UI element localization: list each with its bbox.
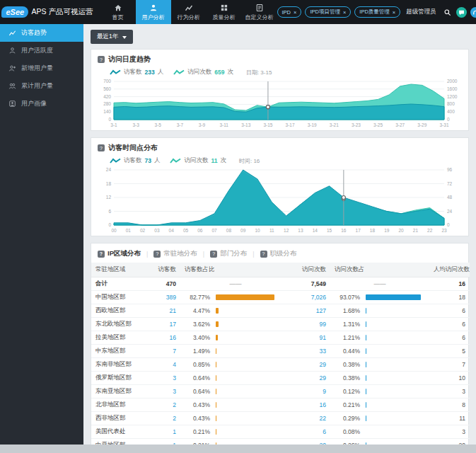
visits-count[interactable]: 20 [291, 439, 330, 445]
nav-item-用户分析[interactable]: 用户分析 [136, 0, 171, 24]
svg-text:400: 400 [447, 109, 455, 114]
remove-filter-icon[interactable]: × [343, 9, 346, 16]
visitors-count[interactable]: 389 [149, 291, 180, 304]
region-row: 东南非地区部40.85%290.38%7 [91, 358, 470, 372]
column-header: 访问次数 [291, 263, 330, 277]
region-name-cell: 北非地区部 [91, 398, 149, 412]
hourly-dist-chart[interactable]: 0062412481872249600010203040506070809101… [91, 166, 470, 236]
avg-visits: 18 [429, 291, 470, 304]
svg-text:08: 08 [226, 228, 232, 233]
legend-访客数[interactable]: 访客数73人 [110, 156, 160, 165]
nav-item-自定义分析[interactable]: 自定义分析 [242, 0, 277, 24]
total-visits-pct: —— [330, 277, 429, 291]
visitors-count[interactable]: 3 [149, 385, 180, 398]
visitors-count[interactable]: 2 [149, 412, 180, 425]
svg-text:3-11: 3-11 [219, 122, 228, 127]
sidebar-item-用户画像[interactable]: 用户画像 [0, 95, 83, 113]
sidebar-item-新增用户量[interactable]: 新增用户量 [0, 59, 83, 77]
nav-item-质量分析[interactable]: 质量分析 [207, 0, 242, 24]
visitors-count[interactable]: 7 [149, 345, 180, 358]
topbar-right: IPD×IPD项目管理×IPD质量管理× 超级管理员 [277, 6, 476, 18]
nav-item-label: 质量分析 [213, 13, 236, 21]
visits-pct: 93.07% [330, 291, 364, 304]
svg-text:2000: 2000 [447, 79, 458, 84]
total-visitors-pct: —— [180, 277, 291, 291]
daily-trend-chart[interactable]: 001404002808004201200560160070020003-13-… [91, 78, 470, 130]
sidebar-item-累计用户量[interactable]: 累计用户量 [0, 77, 83, 95]
svg-text:07: 07 [212, 228, 218, 233]
filter-pill-IPD项目管理[interactable]: IPD项目管理× [305, 6, 351, 18]
svg-text:12: 12 [106, 195, 112, 200]
tab-separator: | [203, 251, 204, 258]
visitors-count[interactable]: 1 [149, 425, 180, 439]
visitors-count[interactable]: 1 [149, 439, 180, 445]
filter-pill-IPD质量管理[interactable]: IPD质量管理× [354, 6, 400, 18]
tab-部门分布[interactable]: ?部门分布 [210, 249, 247, 258]
visitors-count[interactable]: 17 [149, 318, 180, 331]
visits-count[interactable]: 9 [291, 385, 330, 398]
nav-item-首页[interactable]: 首页 [100, 0, 136, 24]
sidebar-item-用户活跃度[interactable]: 用户活跃度 [0, 42, 83, 59]
visits-bar [366, 321, 366, 327]
time-range-dropdown[interactable]: 最近1年 [91, 30, 133, 44]
svg-text:800: 800 [447, 101, 455, 106]
region-card: ?IP区域分布|?常驻地分布|?部门分布|?职级分布 常驻地区域访客数访客数占比… [91, 243, 469, 445]
visitors-count[interactable]: 3 [149, 372, 180, 385]
visits-count[interactable]: 16 [291, 398, 330, 412]
region-row: 东南亚地区部30.64%90.12%3 [91, 385, 470, 398]
hourly-legend: 访客数73人访问次数11次时间: 16 [91, 155, 468, 166]
region-name-cell: 中亚地区部 [91, 439, 149, 445]
visitors-count[interactable]: 2 [149, 398, 180, 412]
visitors-count[interactable]: 4 [149, 358, 180, 372]
visits-count[interactable]: 33 [291, 345, 330, 358]
legend-访问次数[interactable]: 访问次数11次 [170, 156, 226, 165]
visitors-bar [216, 335, 218, 340]
visits-bar-cell [364, 318, 429, 331]
region-row: 北非地区部20.43%160.21%8 [91, 398, 470, 412]
visits-count[interactable]: 29 [291, 358, 330, 372]
tab-IP区域分布[interactable]: ?IP区域分布 [98, 249, 141, 258]
svg-text:3-1: 3-1 [110, 122, 117, 127]
tab-职级分布[interactable]: ?职级分布 [260, 249, 297, 258]
total-user-icon [8, 82, 16, 90]
svg-text:3-27: 3-27 [395, 122, 405, 127]
svg-text:02: 02 [140, 228, 146, 233]
message-icon[interactable] [456, 7, 467, 18]
visitors-count[interactable]: 16 [149, 331, 180, 345]
visits-count[interactable]: 29 [291, 372, 330, 385]
app-logo[interactable]: eSee [0, 6, 30, 18]
total-avg: 16 [429, 277, 470, 291]
visits-count[interactable]: 6 [291, 425, 330, 439]
visits-pct: 0.12% [330, 385, 364, 398]
legend-访问次数[interactable]: 访问次数659次 [173, 68, 233, 76]
service-icon[interactable] [470, 7, 476, 18]
visits-count[interactable]: 7,026 [291, 291, 330, 304]
filter-pill-IPD[interactable]: IPD× [277, 6, 302, 18]
svg-text:420: 420 [103, 94, 111, 99]
search-icon[interactable] [442, 7, 453, 18]
visitors-pct: 3.62% [180, 318, 214, 331]
visitors-count[interactable]: 21 [149, 304, 180, 318]
visits-count[interactable]: 99 [291, 318, 330, 331]
nav-item-行为分析[interactable]: 行为分析 [171, 0, 207, 24]
region-row: 西非地区部20.43%220.29%11 [91, 412, 470, 425]
help-icon: ? [98, 144, 105, 151]
visits-pct: 1.21% [330, 331, 364, 345]
svg-text:1600: 1600 [447, 86, 458, 91]
visits-count[interactable]: 127 [291, 304, 330, 318]
remove-filter-icon[interactable]: × [294, 9, 296, 16]
table-header-row: 常驻地区域访客数访客数占比访问次数访问次数占比人均访问次数 [91, 263, 470, 277]
daily-trend-card: ? 访问日度趋势 访客数233人访问次数659次日期: 3-15 0014040… [91, 49, 469, 131]
svg-text:03: 03 [154, 228, 160, 233]
visits-count[interactable]: 91 [291, 331, 330, 345]
visits-count[interactable]: 22 [291, 412, 330, 425]
hover-readout: 时间: 16 [239, 157, 260, 165]
avg-visits: 7 [429, 358, 470, 372]
tab-常驻地分布[interactable]: ?常驻地分布 [153, 249, 197, 258]
visits-pct: 1.31% [330, 318, 364, 331]
visits-bar-cell [364, 372, 429, 385]
sidebar-item-访客趋势[interactable]: 访客趋势 [0, 24, 83, 42]
remove-filter-icon[interactable]: × [393, 9, 395, 16]
svg-text:6: 6 [108, 209, 111, 214]
legend-访客数[interactable]: 访客数233人 [110, 68, 163, 76]
